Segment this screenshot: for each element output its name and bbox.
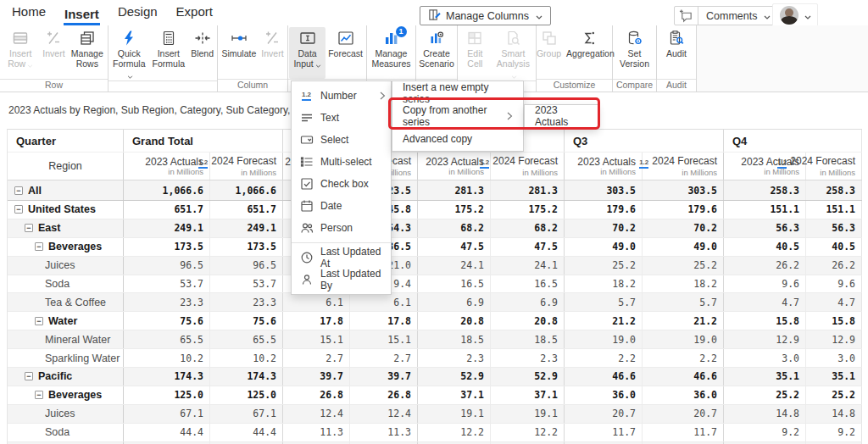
cell[interactable]: 56.3 (806, 219, 862, 237)
row-label-pacific[interactable]: −Pacific (8, 368, 124, 386)
cell[interactable]: 2.2 (565, 349, 643, 367)
collapse-icon[interactable]: − (35, 242, 43, 251)
cell[interactable]: 17.8 (283, 312, 350, 330)
cell[interactable]: 37.1 (491, 386, 565, 404)
cell[interactable]: 10.2 (210, 349, 283, 367)
tab-export[interactable]: Export (175, 0, 214, 25)
cell[interactable]: 46.6 (643, 368, 724, 386)
ribbon-button-manage-rows[interactable]: Manage Rows (68, 27, 107, 79)
cell[interactable]: 19.1 (491, 405, 565, 423)
cell[interactable]: 65.5 (210, 330, 283, 348)
cell[interactable]: 15.1 (283, 330, 350, 348)
cell[interactable]: 23.3 (124, 293, 210, 311)
cell[interactable]: 6.1 (283, 293, 350, 311)
cell[interactable]: 4.7 (724, 293, 806, 311)
cell[interactable]: 174.3 (124, 368, 210, 386)
cell[interactable]: 11.3 (350, 424, 418, 441)
cell[interactable]: 2.7 (283, 349, 350, 367)
cell[interactable]: 24.1 (491, 257, 565, 275)
cell[interactable]: 151.1 (724, 201, 806, 219)
ribbon-button-forecast[interactable]: Forecast (326, 27, 365, 79)
cell[interactable]: 67.1 (210, 405, 283, 423)
cell[interactable]: 174.3 (210, 368, 283, 386)
cell[interactable]: 16.5 (418, 275, 491, 293)
cell[interactable]: 36.0 (565, 386, 643, 404)
cell[interactable]: 52.9 (491, 368, 565, 386)
series-item-2023-actuals[interactable]: 2023 Actuals (525, 105, 598, 128)
cell[interactable]: 125.0 (124, 386, 210, 404)
cell[interactable]: 70.2 (565, 219, 643, 237)
ribbon-button-simulate[interactable]: Simulate (219, 27, 259, 79)
menu-item-text[interactable]: Text (292, 107, 391, 129)
cell[interactable]: 39.7 (283, 368, 350, 386)
cell[interactable]: 20.7 (643, 405, 724, 423)
cell[interactable]: 651.7 (210, 201, 283, 219)
cell[interactable]: 303.5 (565, 180, 643, 200)
cell[interactable]: 39.7 (350, 368, 418, 386)
cell[interactable]: 46.6 (565, 368, 643, 386)
cell[interactable]: 2.3 (418, 349, 491, 367)
comments-dropdown[interactable]: Comments (698, 7, 778, 25)
cell[interactable]: 179.6 (565, 201, 643, 219)
collapse-icon[interactable]: − (35, 317, 43, 325)
cell[interactable]: 258.3 (806, 180, 862, 200)
cell[interactable]: 56.3 (724, 219, 806, 237)
cell[interactable]: 35.1 (724, 368, 806, 386)
cell[interactable]: 2.2 (643, 349, 724, 367)
ribbon-button-blend[interactable]: Blend (188, 27, 216, 80)
cell[interactable]: 2.7 (350, 349, 418, 367)
cell[interactable]: 258.3 (724, 180, 806, 200)
cell[interactable]: 17.8 (350, 312, 418, 330)
cell[interactable]: 9.6 (806, 275, 862, 293)
cell[interactable]: 75.6 (124, 312, 210, 330)
row-label-beverages[interactable]: −Beverages (8, 386, 124, 404)
cell[interactable]: 26.8 (283, 386, 350, 404)
cell[interactable]: 9.6 (724, 275, 806, 293)
cell[interactable]: 25.2 (806, 386, 862, 404)
cell[interactable]: 67.1 (124, 405, 210, 423)
cell[interactable]: 5.7 (565, 293, 643, 311)
cell[interactable]: 249.1 (210, 219, 283, 237)
collapse-icon[interactable]: − (14, 186, 23, 195)
cell[interactable]: 2.3 (491, 349, 565, 367)
row-label-soda[interactable]: Soda (8, 424, 124, 441)
collapse-icon[interactable]: − (35, 391, 43, 399)
cell[interactable]: 47.5 (418, 238, 491, 256)
cell[interactable]: 651.7 (124, 201, 210, 219)
cell[interactable]: 18.5 (491, 330, 565, 348)
cell[interactable]: 6.9 (418, 293, 491, 311)
cell[interactable]: 52.9 (418, 368, 491, 386)
cell[interactable]: 36.0 (643, 386, 724, 404)
tab-design[interactable]: Design (117, 0, 159, 25)
cell[interactable]: 6.1 (350, 293, 418, 311)
menu-item-last-updated-by[interactable]: Last Updated By (292, 269, 391, 291)
ribbon-button-quick-formula[interactable]: Quick Formula (109, 27, 149, 80)
tab-home[interactable]: Home (11, 0, 47, 25)
cell[interactable]: 11.7 (643, 424, 724, 441)
manage-columns-button[interactable]: Manage Columns (420, 6, 551, 25)
cell[interactable]: 11.7 (565, 424, 643, 441)
cell[interactable]: 25.2 (565, 257, 643, 275)
cell[interactable]: 26.2 (724, 257, 806, 275)
menu-item-number[interactable]: 1.2Number (292, 85, 391, 107)
row-label-united-states[interactable]: −United States (8, 201, 124, 219)
cell[interactable]: 14.8 (806, 405, 862, 423)
row-label-beverages[interactable]: −Beverages (8, 238, 124, 256)
cell[interactable]: 20.8 (418, 312, 491, 330)
cell[interactable]: 18.5 (418, 330, 491, 348)
cell[interactable]: 173.5 (210, 238, 283, 256)
cell[interactable]: 47.5 (491, 238, 565, 256)
collapse-icon[interactable]: − (25, 224, 33, 232)
submenu-item-copy-from-another-series[interactable]: Copy from another series (392, 104, 523, 127)
cell[interactable]: 10.2 (124, 349, 210, 367)
cell[interactable]: 5.7 (643, 293, 724, 311)
ribbon-button-aggregation[interactable]: Aggregation (564, 27, 615, 79)
cell[interactable]: 12.4 (283, 405, 350, 423)
row-label-all[interactable]: −All (8, 180, 124, 200)
cell[interactable]: 151.1 (806, 201, 862, 219)
cell[interactable]: 15.1 (350, 330, 418, 348)
cell[interactable]: 53.7 (210, 275, 283, 293)
cell[interactable]: 49.0 (565, 238, 643, 256)
add-comment-button[interactable] (675, 7, 698, 25)
cell[interactable]: 25.2 (724, 386, 806, 404)
